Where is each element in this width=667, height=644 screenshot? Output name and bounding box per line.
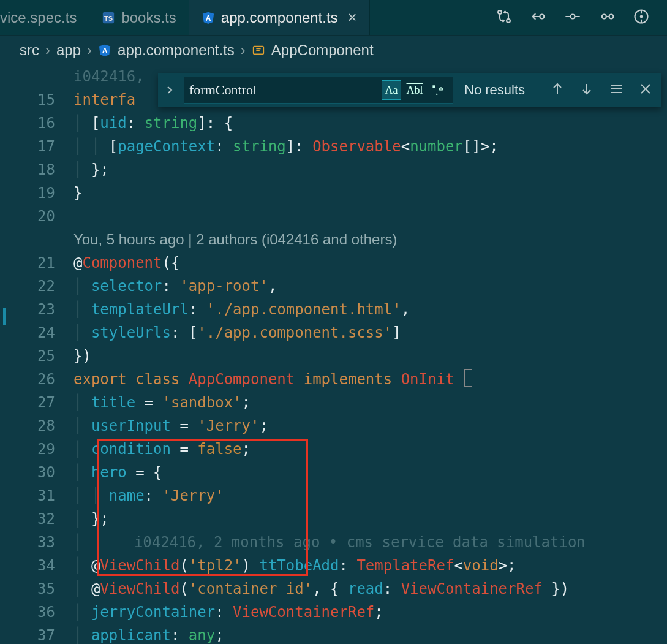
line-number: 24 — [0, 321, 73, 344]
regex-toggle[interactable]: ▪.* — [428, 80, 448, 100]
find-next-icon[interactable] — [579, 81, 594, 99]
find-input-container: Aa Abl ▪.* — [184, 77, 453, 104]
editor-tab-bar: vice.spec.ts TS books.ts A app.component… — [0, 0, 667, 36]
nav-back-icon[interactable] — [530, 8, 547, 28]
gutter-change-marker — [3, 308, 6, 325]
breadcrumb[interactable]: src › app › A app.component.ts › AppComp… — [0, 36, 667, 65]
git-inline-blame: i042416, 2 months ago • cms service data… — [134, 534, 586, 551]
svg-point-5 — [507, 19, 510, 23]
line-number: 28 — [0, 414, 73, 438]
code-line[interactable]: │ condition = false; — [73, 438, 667, 461]
whole-word-toggle[interactable]: Abl — [405, 80, 424, 100]
tab-label: app.component.ts — [221, 9, 338, 26]
line-number: 15 — [0, 88, 73, 112]
chevron-right-icon: › — [241, 42, 246, 59]
find-input[interactable] — [189, 82, 378, 98]
line-number: 37 — [0, 624, 73, 644]
line-number: 35 — [0, 577, 73, 600]
tab-books[interactable]: TS books.ts — [89, 0, 189, 35]
line-number: 30 — [0, 461, 73, 484]
line-number: 34 — [0, 554, 73, 577]
line-number: 33 — [0, 531, 73, 554]
code-line[interactable]: │ userInput = 'Jerry'; — [73, 414, 667, 438]
line-number: 20 — [0, 205, 73, 228]
svg-point-4 — [498, 10, 502, 14]
chevron-right-icon: › — [87, 42, 92, 59]
code-line[interactable]: │ }; — [73, 507, 667, 531]
line-number: 19 — [0, 181, 73, 205]
code-line[interactable]: │ @ViewChild('container_id', { read: Vie… — [73, 577, 667, 600]
svg-text:A: A — [102, 47, 108, 55]
chevron-right-icon: › — [45, 42, 50, 59]
svg-point-7 — [571, 14, 575, 18]
find-results: No results — [464, 82, 525, 98]
editor-area[interactable]: i042416, 15 interfa 16 │ [uid: string]: … — [0, 65, 667, 644]
svg-point-9 — [609, 14, 614, 18]
tab-label: vice.spec.ts — [0, 9, 77, 26]
code-line[interactable]: } — [73, 181, 667, 205]
class-symbol-icon — [252, 44, 265, 57]
line-number: 16 — [0, 112, 73, 135]
code-line[interactable]: │ styleUrls: ['./app.component.scss'] — [73, 321, 667, 344]
line-number — [0, 228, 73, 251]
cursor-bracket — [464, 369, 472, 387]
tab-bar-actions — [496, 8, 667, 28]
commit-next-icon[interactable] — [598, 8, 616, 28]
commit-prev-icon[interactable] — [564, 8, 581, 28]
find-close-icon[interactable] — [638, 81, 653, 99]
code-line[interactable]: │ │ [pageContext: string]: Observable<nu… — [73, 135, 667, 158]
tab-vice-spec[interactable]: vice.spec.ts — [0, 0, 89, 35]
line-number: 27 — [0, 391, 73, 414]
tab-label: books.ts — [121, 9, 176, 26]
breadcrumb-part[interactable]: src — [20, 42, 39, 59]
breadcrumb-part[interactable]: app — [56, 42, 81, 59]
breadcrumb-part[interactable]: app.component.ts — [118, 42, 235, 59]
svg-text:A: A — [205, 13, 211, 22]
code-line[interactable]: │ selector: 'app-root', — [73, 275, 667, 298]
close-icon[interactable]: × — [348, 8, 357, 27]
line-number: 31 — [0, 484, 73, 507]
find-actions — [550, 81, 661, 99]
code-line[interactable]: │ jerryContainer: ViewContainerRef; — [73, 600, 667, 624]
code-line[interactable]: @Component({ — [73, 251, 667, 275]
line-number: 17 — [0, 135, 73, 158]
code-line[interactable]: │ applicant: any; — [73, 624, 667, 644]
code-line[interactable]: │ title = 'sandbox'; — [73, 391, 667, 414]
angular-file-icon: A — [98, 44, 111, 57]
find-expand-toggle[interactable] — [162, 73, 178, 107]
code-line[interactable]: │ i042416, 2 months ago • cms service da… — [73, 531, 667, 554]
code-line[interactable] — [73, 205, 667, 228]
git-compare-icon[interactable] — [496, 8, 513, 28]
code-line[interactable]: export class AppComponent implements OnI… — [73, 368, 667, 391]
blame-truncated: i042416, — [73, 68, 153, 85]
code-line[interactable]: │ │ name: 'Jerry' — [73, 484, 667, 507]
find-prev-icon[interactable] — [550, 81, 565, 99]
code-line[interactable]: │ [uid: string]: { — [73, 112, 667, 135]
find-widget: Aa Abl ▪.* No results — [158, 73, 661, 107]
svg-text:TS: TS — [104, 14, 113, 21]
line-number: 36 — [0, 600, 73, 624]
match-case-toggle[interactable]: Aa — [382, 80, 401, 100]
line-number: 22 — [0, 275, 73, 298]
code-line[interactable]: │ }; — [73, 158, 667, 181]
code-line[interactable]: │ hero = { — [73, 461, 667, 484]
line-number: 26 — [0, 368, 73, 391]
breadcrumb-part[interactable]: AppComponent — [271, 42, 374, 59]
line-number: 32 — [0, 507, 73, 531]
line-number: 23 — [0, 298, 73, 321]
line-number: 25 — [0, 344, 73, 368]
angular-file-icon: A — [202, 11, 215, 25]
tab-app-component[interactable]: A app.component.ts × — [189, 0, 370, 35]
revision-icon[interactable] — [633, 8, 650, 28]
ts-file-icon: TS — [102, 11, 115, 25]
line-number: 29 — [0, 438, 73, 461]
svg-point-6 — [540, 14, 544, 18]
code-line[interactable]: }) — [73, 344, 667, 368]
code-line[interactable]: │ templateUrl: './app.component.html', — [73, 298, 667, 321]
svg-point-8 — [602, 14, 606, 18]
line-number: 21 — [0, 251, 73, 275]
git-codelens[interactable]: You, 5 hours ago | 2 authors (i042416 an… — [73, 228, 667, 251]
find-selection-icon[interactable] — [609, 81, 624, 99]
svg-point-11 — [640, 15, 643, 18]
code-line[interactable]: │ @ViewChild('tpl2') ttTobeAdd: Template… — [73, 554, 667, 577]
